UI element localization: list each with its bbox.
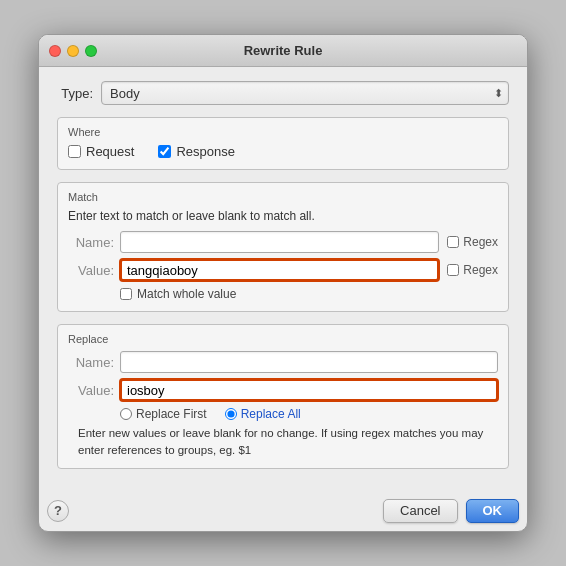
replace-all-radio[interactable] <box>225 408 237 420</box>
cancel-button[interactable]: Cancel <box>383 499 457 523</box>
dialog-window: Rewrite Rule Type: Body Header URL Where… <box>38 34 528 531</box>
minimize-button[interactable] <box>67 45 79 57</box>
titlebar: Rewrite Rule <box>39 35 527 67</box>
match-whole-row: Match whole value <box>120 287 498 301</box>
footer-buttons: Cancel OK <box>383 499 519 523</box>
type-select[interactable]: Body Header URL <box>101 81 509 105</box>
request-label: Request <box>86 144 134 159</box>
dialog-title: Rewrite Rule <box>39 43 527 58</box>
maximize-button[interactable] <box>85 45 97 57</box>
replace-hint: Enter new values or leave blank for no c… <box>78 425 498 457</box>
match-section: Match Enter text to match or leave blank… <box>57 182 509 312</box>
dialog-body: Type: Body Header URL Where Request Resp <box>39 67 527 494</box>
match-value-regex-checkbox[interactable] <box>447 264 459 276</box>
match-legend: Match <box>68 191 498 203</box>
response-checkbox-item[interactable]: Response <box>158 144 235 159</box>
footer: ? Cancel OK <box>39 495 527 531</box>
ok-button[interactable]: OK <box>466 499 520 523</box>
request-checkbox[interactable] <box>68 145 81 158</box>
replace-value-label: Value: <box>68 383 114 398</box>
where-section: Where Request Response <box>57 117 509 170</box>
request-checkbox-item[interactable]: Request <box>68 144 134 159</box>
match-name-regex-label: Regex <box>463 235 498 249</box>
type-label: Type: <box>57 86 93 101</box>
match-name-label: Name: <box>68 235 114 250</box>
match-value-regex: Regex <box>447 263 498 277</box>
replace-value-input[interactable] <box>120 379 498 401</box>
match-value-regex-label: Regex <box>463 263 498 277</box>
replace-legend: Replace <box>68 333 498 345</box>
replace-name-row: Name: <box>68 351 498 373</box>
replace-options-row: Replace First Replace All <box>120 407 498 421</box>
match-whole-label: Match whole value <box>137 287 236 301</box>
type-select-wrapper: Body Header URL <box>101 81 509 105</box>
replace-name-label: Name: <box>68 355 114 370</box>
match-name-row: Name: Regex <box>68 231 498 253</box>
response-checkbox[interactable] <box>158 145 171 158</box>
where-legend: Where <box>68 126 498 138</box>
replace-name-input[interactable] <box>120 351 498 373</box>
match-value-input[interactable] <box>120 259 439 281</box>
where-checkbox-row: Request Response <box>68 144 498 159</box>
replace-first-radio[interactable] <box>120 408 132 420</box>
traffic-lights <box>49 45 97 57</box>
help-button[interactable]: ? <box>47 500 69 522</box>
match-whole-checkbox[interactable] <box>120 288 132 300</box>
match-name-regex-checkbox[interactable] <box>447 236 459 248</box>
replace-value-row: Value: <box>68 379 498 401</box>
type-row: Type: Body Header URL <box>57 81 509 105</box>
match-value-row: Value: Regex <box>68 259 498 281</box>
match-name-regex: Regex <box>447 235 498 249</box>
match-hint: Enter text to match or leave blank to ma… <box>68 209 498 223</box>
response-label: Response <box>176 144 235 159</box>
replace-section: Replace Name: Value: Replace First Repla… <box>57 324 509 468</box>
replace-first-label: Replace First <box>136 407 207 421</box>
replace-all-label: Replace All <box>241 407 301 421</box>
match-value-label: Value: <box>68 263 114 278</box>
match-name-input[interactable] <box>120 231 439 253</box>
close-button[interactable] <box>49 45 61 57</box>
